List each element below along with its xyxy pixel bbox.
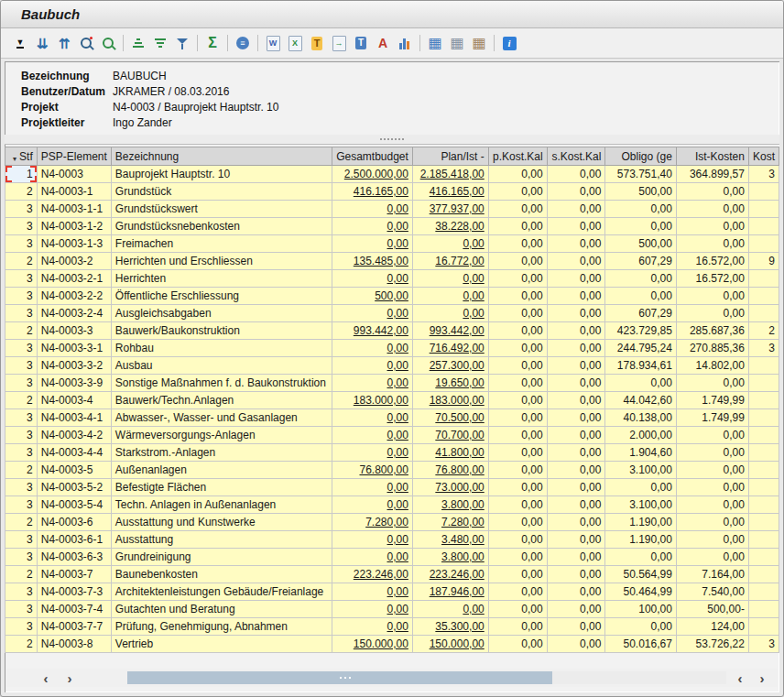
cell-ist[interactable]: 0,00	[676, 531, 748, 549]
amount-link[interactable]: 0,00	[387, 342, 408, 354]
cell-pkost[interactable]: 0,00	[488, 549, 547, 566]
cell-pkost[interactable]: 0,00	[488, 496, 547, 514]
cell-bez[interactable]: Befestigte Flächen	[111, 479, 332, 496]
cell-stf[interactable]: 2	[5, 322, 38, 340]
cell-ist[interactable]: 0,00	[676, 288, 748, 305]
cell-stf[interactable]: 3	[5, 340, 38, 357]
cell-kost[interactable]	[748, 235, 779, 253]
cell-plan[interactable]: 70.500,00	[412, 409, 488, 427]
cell-plan[interactable]: 0,00	[412, 270, 488, 288]
cell-ist[interactable]: 0,00	[676, 496, 748, 514]
cell-kost[interactable]	[748, 218, 779, 235]
cell-skost[interactable]: 0,00	[547, 601, 605, 618]
cell-skost[interactable]: 0,00	[547, 566, 605, 583]
cell-psp[interactable]: N4-0003-4	[37, 392, 111, 409]
amount-link[interactable]: 150.000,00	[354, 637, 408, 650]
cell-bez[interactable]: Architektenleistungen Gebäude/Freianlage	[111, 583, 332, 601]
cell-plan[interactable]: 7.280,00	[412, 514, 488, 531]
cell-kost[interactable]	[748, 305, 779, 322]
amount-link[interactable]: 377.937,00	[430, 202, 485, 215]
cell-stf[interactable]: 3	[5, 496, 38, 514]
scroll-left-end-icon[interactable]: ‹	[732, 669, 748, 687]
cell-bez[interactable]: Öffentliche Erschliessung	[111, 288, 332, 305]
cell-kost[interactable]	[748, 357, 779, 375]
cell-kost[interactable]	[748, 479, 779, 496]
cell-plan[interactable]: 35.300,00	[412, 618, 488, 636]
cell-pkost[interactable]: 0,00	[488, 444, 547, 462]
cell-skost[interactable]: 0,00	[547, 583, 605, 601]
cell-ist[interactable]: 0,00	[676, 305, 748, 322]
cell-pkost[interactable]: 0,00	[488, 253, 547, 270]
amount-link[interactable]: 3.800,00	[441, 498, 485, 511]
amount-link[interactable]: 0,00	[387, 411, 408, 424]
cell-ist[interactable]: 0,00	[676, 462, 748, 479]
cell-skost[interactable]: 0,00	[547, 166, 605, 183]
grid-layout-icon[interactable]: ▦	[425, 33, 445, 53]
export-icon[interactable]: →	[329, 33, 349, 53]
cell-pkost[interactable]: 0,00	[488, 288, 547, 305]
cell-plan[interactable]: 38.228,00	[412, 218, 488, 235]
cell-pkost[interactable]: 0,00	[488, 270, 547, 288]
amount-link[interactable]: 7.280,00	[365, 516, 408, 528]
cell-stf[interactable]: 3	[5, 427, 38, 444]
cell-kost[interactable]	[748, 496, 779, 514]
cell-skost[interactable]: 0,00	[547, 531, 605, 549]
cell-psp[interactable]: N4-0003-7	[37, 566, 111, 583]
cell-stf[interactable]: 3	[5, 444, 38, 462]
cell-gesamt[interactable]: 0,00	[332, 409, 413, 427]
cell-gesamt[interactable]: 0,00	[332, 583, 413, 601]
cell-gesamt[interactable]: 0,00	[332, 340, 413, 357]
amount-link[interactable]: 223.246,00	[354, 568, 408, 581]
cell-gesamt[interactable]: 500,00	[332, 288, 413, 305]
cell-skost[interactable]: 0,00	[547, 357, 605, 375]
cell-skost[interactable]: 0,00	[547, 636, 605, 653]
amount-link[interactable]: 3.800,00	[441, 550, 485, 563]
cell-psp[interactable]: N4-0003-1-3	[37, 235, 111, 253]
cell-ist[interactable]: 1.749,99	[676, 409, 748, 427]
cell-pkost[interactable]: 0,00	[488, 409, 547, 427]
cell-skost[interactable]: 0,00	[547, 322, 605, 340]
amount-link[interactable]: 0,00	[387, 307, 408, 320]
cell-plan[interactable]: 257.300,00	[412, 357, 488, 375]
cell-bez[interactable]: Abwasser-, Wasser- und Gasanlagen	[111, 409, 332, 427]
amount-link[interactable]: 416.165,00	[430, 185, 485, 198]
cell-stf[interactable]: 3	[5, 288, 38, 305]
cell-stf[interactable]: 3	[5, 531, 38, 549]
cell-bez[interactable]: Vertrieb	[111, 636, 332, 653]
cell-stf[interactable]: 2	[5, 566, 38, 583]
cell-stf[interactable]: 2	[5, 253, 38, 270]
cell-obligo[interactable]: 1.190,00	[605, 531, 676, 549]
cell-skost[interactable]: 0,00	[547, 270, 605, 288]
cell-bez[interactable]: Ausstattung	[111, 531, 332, 549]
column-header-pkost[interactable]: p.Kost.Kal	[488, 147, 547, 166]
cell-ist[interactable]: 53.726,22	[676, 636, 748, 653]
column-header-stf[interactable]: ▾Stf	[5, 147, 38, 166]
cell-ist[interactable]: 0,00	[676, 218, 748, 235]
cell-skost[interactable]: 0,00	[547, 392, 605, 409]
amount-link[interactable]: 0,00	[387, 620, 408, 633]
cell-ist[interactable]: 0,00	[676, 201, 748, 218]
cell-obligo[interactable]: 0,00	[605, 270, 676, 288]
amount-link[interactable]: 41.800,00	[435, 446, 484, 459]
amount-link[interactable]: 0,00	[387, 359, 408, 372]
cell-skost[interactable]: 0,00	[547, 479, 605, 496]
cell-bez[interactable]: Außenanlagen	[111, 462, 332, 479]
cell-ist[interactable]: 285.687,36	[676, 322, 748, 340]
cell-skost[interactable]: 0,00	[547, 253, 605, 270]
cell-obligo[interactable]: 500,00	[605, 235, 676, 253]
cell-stf[interactable]: 2	[5, 183, 38, 201]
cell-pkost[interactable]: 0,00	[488, 427, 547, 444]
column-header-skost[interactable]: s.Kost.Kal	[547, 147, 605, 166]
amount-link[interactable]: 0,00	[387, 498, 408, 511]
cell-bez[interactable]: Techn. Anlagen in Außenanlagen	[111, 496, 332, 514]
amount-link[interactable]: 183.000,00	[430, 394, 485, 407]
cell-psp[interactable]: N4-0003-7-4	[37, 601, 111, 618]
cell-bez[interactable]: Ausstattung und Kunstwerke	[111, 514, 332, 531]
amount-link[interactable]: 0,00	[387, 585, 408, 598]
scrollbar-thumb[interactable]	[127, 671, 552, 684]
cell-plan[interactable]: 41.800,00	[412, 444, 488, 462]
cell-kost[interactable]	[748, 444, 779, 462]
cell-obligo[interactable]: 44.042,60	[605, 392, 676, 409]
cell-gesamt[interactable]: 416.165,00	[332, 183, 413, 201]
cell-skost[interactable]: 0,00	[547, 218, 605, 235]
